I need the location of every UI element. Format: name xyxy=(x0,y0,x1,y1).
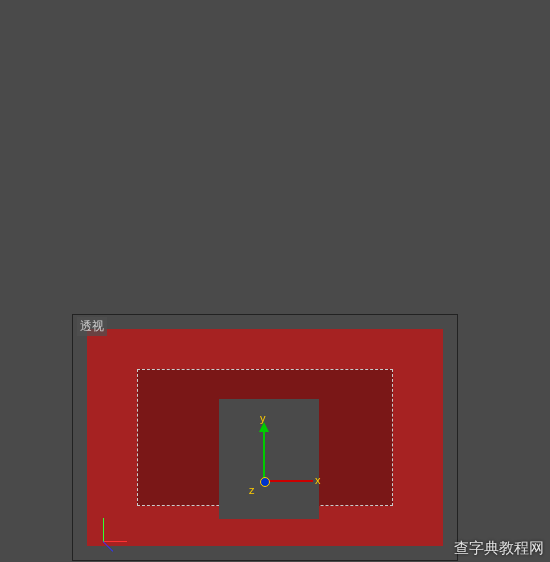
mini-axis-icon xyxy=(103,512,133,542)
gizmo-z-label: z xyxy=(249,484,255,496)
viewport-left-bottom[interactable] xyxy=(0,314,72,561)
room-geometry xyxy=(87,329,443,546)
gizmo-y-label: y xyxy=(260,412,266,424)
gizmo-x-label: x xyxy=(315,474,321,486)
viewport-area: 前 y 透视 xyxy=(0,70,458,562)
viewport-perspective[interactable]: 透视 y x z xyxy=(72,314,458,561)
viewport-persp-label: 透视 xyxy=(77,317,107,336)
